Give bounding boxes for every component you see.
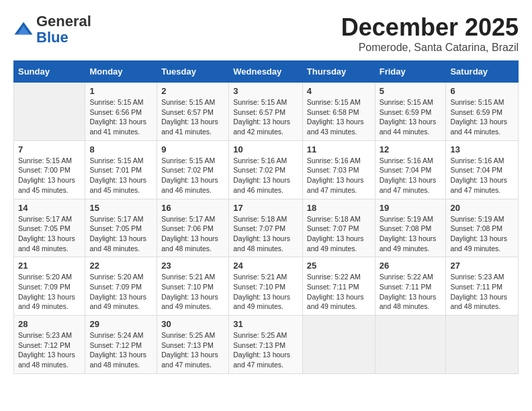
day-number: 28: [18, 319, 81, 329]
day-number: 29: [89, 319, 152, 329]
day-cell: 3Sunrise: 5:15 AM Sunset: 6:57 PM Daylig…: [229, 83, 303, 141]
day-info: Sunrise: 5:25 AM Sunset: 7:13 PM Dayligh…: [161, 330, 224, 370]
day-info: Sunrise: 5:22 AM Sunset: 7:11 PM Dayligh…: [307, 272, 371, 312]
day-number: 20: [450, 203, 514, 213]
day-number: 22: [89, 261, 152, 271]
day-info: Sunrise: 5:15 AM Sunset: 7:02 PM Dayligh…: [161, 156, 224, 195]
weekday-header-wednesday: Wednesday: [229, 61, 303, 83]
day-info: Sunrise: 5:15 AM Sunset: 6:57 PM Dayligh…: [233, 97, 298, 137]
day-info: Sunrise: 5:16 AM Sunset: 7:04 PM Dayligh…: [450, 156, 514, 195]
day-cell: 6Sunrise: 5:15 AM Sunset: 6:59 PM Daylig…: [446, 83, 519, 141]
day-number: 8: [89, 144, 152, 154]
logo-blue: Blue: [36, 29, 69, 46]
day-info: Sunrise: 5:17 AM Sunset: 7:05 PM Dayligh…: [89, 214, 152, 254]
day-number: 23: [161, 261, 224, 271]
day-cell: 2Sunrise: 5:15 AM Sunset: 6:57 PM Daylig…: [157, 83, 229, 141]
page-header: General Blue December 2025 Pomerode, San…: [13, 13, 519, 54]
day-cell: 5Sunrise: 5:15 AM Sunset: 6:59 PM Daylig…: [375, 83, 446, 141]
day-number: 5: [380, 86, 442, 96]
day-cell: 22Sunrise: 5:20 AM Sunset: 7:09 PM Dayli…: [85, 257, 157, 316]
logo-icon: [13, 19, 34, 40]
weekday-header-monday: Monday: [85, 61, 157, 83]
weekday-header-tuesday: Tuesday: [157, 61, 229, 83]
day-info: Sunrise: 5:22 AM Sunset: 7:11 PM Dayligh…: [380, 272, 442, 312]
day-cell: 28Sunrise: 5:23 AM Sunset: 7:12 PM Dayli…: [14, 316, 85, 374]
day-info: Sunrise: 5:17 AM Sunset: 7:06 PM Dayligh…: [161, 214, 224, 254]
day-cell: [446, 316, 519, 374]
day-info: Sunrise: 5:18 AM Sunset: 7:07 PM Dayligh…: [233, 214, 298, 254]
day-info: Sunrise: 5:20 AM Sunset: 7:09 PM Dayligh…: [89, 272, 152, 312]
week-row-1: 1Sunrise: 5:15 AM Sunset: 6:56 PM Daylig…: [14, 83, 519, 141]
day-cell: 10Sunrise: 5:16 AM Sunset: 7:02 PM Dayli…: [229, 140, 303, 199]
day-info: Sunrise: 5:21 AM Sunset: 7:10 PM Dayligh…: [233, 272, 298, 312]
day-number: 12: [380, 144, 442, 154]
week-row-5: 28Sunrise: 5:23 AM Sunset: 7:12 PM Dayli…: [14, 316, 519, 374]
day-cell: 29Sunrise: 5:24 AM Sunset: 7:12 PM Dayli…: [85, 316, 157, 374]
weekday-header-friday: Friday: [375, 61, 446, 83]
day-number: 26: [380, 261, 442, 271]
day-info: Sunrise: 5:18 AM Sunset: 7:07 PM Dayligh…: [307, 214, 371, 254]
day-cell: [14, 83, 85, 141]
logo-text: General Blue: [36, 13, 91, 46]
day-number: 6: [450, 86, 514, 96]
day-cell: 9Sunrise: 5:15 AM Sunset: 7:02 PM Daylig…: [157, 140, 229, 199]
week-row-4: 21Sunrise: 5:20 AM Sunset: 7:09 PM Dayli…: [14, 257, 519, 316]
day-info: Sunrise: 5:23 AM Sunset: 7:11 PM Dayligh…: [450, 272, 514, 312]
day-info: Sunrise: 5:15 AM Sunset: 6:59 PM Dayligh…: [450, 97, 514, 137]
day-number: 1: [89, 86, 152, 96]
day-cell: 1Sunrise: 5:15 AM Sunset: 6:56 PM Daylig…: [85, 83, 157, 141]
day-cell: [375, 316, 446, 374]
day-cell: 23Sunrise: 5:21 AM Sunset: 7:10 PM Dayli…: [157, 257, 229, 316]
day-number: 2: [161, 86, 224, 96]
weekday-header-thursday: Thursday: [302, 61, 375, 83]
day-number: 18: [307, 203, 371, 213]
day-cell: 21Sunrise: 5:20 AM Sunset: 7:09 PM Dayli…: [14, 257, 85, 316]
day-info: Sunrise: 5:15 AM Sunset: 6:56 PM Dayligh…: [89, 97, 152, 137]
day-number: 11: [307, 144, 371, 154]
day-number: 21: [18, 261, 81, 271]
day-info: Sunrise: 5:16 AM Sunset: 7:04 PM Dayligh…: [380, 156, 442, 195]
day-cell: 14Sunrise: 5:17 AM Sunset: 7:05 PM Dayli…: [14, 199, 85, 257]
day-cell: 31Sunrise: 5:25 AM Sunset: 7:13 PM Dayli…: [229, 316, 303, 374]
day-cell: 25Sunrise: 5:22 AM Sunset: 7:11 PM Dayli…: [302, 257, 375, 316]
day-cell: 15Sunrise: 5:17 AM Sunset: 7:05 PM Dayli…: [85, 199, 157, 257]
day-info: Sunrise: 5:15 AM Sunset: 6:58 PM Dayligh…: [307, 97, 371, 137]
day-info: Sunrise: 5:25 AM Sunset: 7:13 PM Dayligh…: [233, 330, 298, 370]
day-info: Sunrise: 5:16 AM Sunset: 7:02 PM Dayligh…: [233, 156, 298, 195]
day-cell: [302, 316, 375, 374]
day-cell: 7Sunrise: 5:15 AM Sunset: 7:00 PM Daylig…: [14, 140, 85, 199]
day-info: Sunrise: 5:15 AM Sunset: 6:57 PM Dayligh…: [161, 97, 224, 137]
day-number: 24: [233, 261, 298, 271]
day-info: Sunrise: 5:15 AM Sunset: 7:01 PM Dayligh…: [89, 156, 152, 195]
day-number: 17: [233, 203, 298, 213]
day-cell: 8Sunrise: 5:15 AM Sunset: 7:01 PM Daylig…: [85, 140, 157, 199]
day-number: 13: [450, 144, 514, 154]
day-info: Sunrise: 5:16 AM Sunset: 7:03 PM Dayligh…: [307, 156, 371, 195]
day-info: Sunrise: 5:24 AM Sunset: 7:12 PM Dayligh…: [89, 330, 152, 370]
day-info: Sunrise: 5:17 AM Sunset: 7:05 PM Dayligh…: [18, 214, 81, 254]
day-cell: 16Sunrise: 5:17 AM Sunset: 7:06 PM Dayli…: [157, 199, 229, 257]
week-row-2: 7Sunrise: 5:15 AM Sunset: 7:00 PM Daylig…: [14, 140, 519, 199]
day-cell: 4Sunrise: 5:15 AM Sunset: 6:58 PM Daylig…: [302, 83, 375, 141]
day-info: Sunrise: 5:15 AM Sunset: 7:00 PM Dayligh…: [18, 156, 81, 195]
day-number: 19: [380, 203, 442, 213]
day-number: 7: [18, 144, 81, 154]
day-number: 15: [89, 203, 152, 213]
day-cell: 30Sunrise: 5:25 AM Sunset: 7:13 PM Dayli…: [157, 316, 229, 374]
weekday-header-saturday: Saturday: [446, 61, 519, 83]
title-block: December 2025 Pomerode, Santa Catarina, …: [341, 13, 519, 54]
calendar-subtitle: Pomerode, Santa Catarina, Brazil: [341, 42, 519, 54]
day-number: 30: [161, 319, 224, 329]
day-cell: 19Sunrise: 5:19 AM Sunset: 7:08 PM Dayli…: [375, 199, 446, 257]
day-number: 16: [161, 203, 224, 213]
day-cell: 27Sunrise: 5:23 AM Sunset: 7:11 PM Dayli…: [446, 257, 519, 316]
day-number: 27: [450, 261, 514, 271]
day-info: Sunrise: 5:15 AM Sunset: 6:59 PM Dayligh…: [380, 97, 442, 137]
day-number: 25: [307, 261, 371, 271]
day-cell: 18Sunrise: 5:18 AM Sunset: 7:07 PM Dayli…: [302, 199, 375, 257]
weekday-header-sunday: Sunday: [14, 61, 85, 83]
calendar-title: December 2025: [341, 13, 519, 42]
day-number: 31: [233, 319, 298, 329]
day-cell: 24Sunrise: 5:21 AM Sunset: 7:10 PM Dayli…: [229, 257, 303, 316]
day-info: Sunrise: 5:23 AM Sunset: 7:12 PM Dayligh…: [18, 330, 81, 370]
